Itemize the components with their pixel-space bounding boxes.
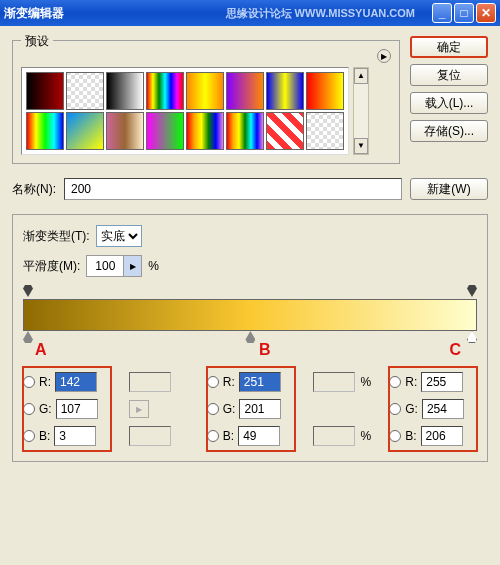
- disabled-field: [129, 372, 171, 392]
- reset-button[interactable]: 复位: [410, 64, 488, 86]
- r-input[interactable]: 142: [55, 372, 97, 392]
- g-radio[interactable]: [23, 403, 35, 415]
- preset-swatch[interactable]: [266, 72, 304, 110]
- r-input[interactable]: 255: [421, 372, 463, 392]
- preset-swatch[interactable]: [66, 112, 104, 150]
- save-button[interactable]: 存储(S)...: [410, 120, 488, 142]
- percent-label: %: [148, 259, 159, 273]
- disabled-field: [313, 372, 355, 392]
- stop-b-column: R:251 G:201 B:49: [207, 367, 295, 451]
- gradient-bar[interactable]: [23, 299, 477, 331]
- color-stop[interactable]: [23, 331, 33, 343]
- preset-swatch[interactable]: [306, 112, 344, 150]
- b-radio[interactable]: [207, 430, 219, 442]
- preset-swatch[interactable]: [266, 112, 304, 150]
- load-button[interactable]: 载入(L)...: [410, 92, 488, 114]
- marker-c: C: [449, 341, 461, 359]
- g-input[interactable]: 201: [239, 399, 281, 419]
- marker-b: B: [259, 341, 271, 359]
- smoothness-label: 平滑度(M):: [23, 258, 80, 275]
- color-stops-rail[interactable]: [23, 331, 477, 345]
- arrow-button: ▶: [129, 400, 149, 418]
- preset-swatch[interactable]: [306, 72, 344, 110]
- preset-swatch[interactable]: [106, 112, 144, 150]
- preset-swatches[interactable]: [21, 67, 349, 155]
- name-label: 名称(N):: [12, 181, 56, 198]
- preset-swatch[interactable]: [226, 72, 264, 110]
- preset-swatch[interactable]: [226, 112, 264, 150]
- preset-swatch[interactable]: [146, 72, 184, 110]
- color-stop[interactable]: [245, 331, 255, 343]
- r-radio[interactable]: [23, 376, 35, 388]
- opacity-stop[interactable]: [467, 285, 477, 297]
- close-button[interactable]: ✕: [476, 3, 496, 23]
- disabled-field: [129, 426, 171, 446]
- r-radio[interactable]: [389, 376, 401, 388]
- preset-swatch[interactable]: [186, 112, 224, 150]
- new-button[interactable]: 新建(W): [410, 178, 488, 200]
- b-input[interactable]: 3: [54, 426, 96, 446]
- watermark-text: 思缘设计论坛 WWW.MISSYUAN.COM: [226, 6, 415, 21]
- title-bar: 渐变编辑器 思缘设计论坛 WWW.MISSYUAN.COM _ □ ✕: [0, 0, 500, 26]
- preset-swatch[interactable]: [26, 72, 64, 110]
- preset-swatch[interactable]: [66, 72, 104, 110]
- preset-swatch[interactable]: [186, 72, 224, 110]
- preset-swatch[interactable]: [26, 112, 64, 150]
- gradient-config: 渐变类型(T): 实底 平滑度(M): 100▶ % A B C: [12, 214, 488, 462]
- minimize-button[interactable]: _: [432, 3, 452, 23]
- g-radio[interactable]: [389, 403, 401, 415]
- window-title: 渐变编辑器: [4, 5, 64, 22]
- b-radio[interactable]: [23, 430, 35, 442]
- r-radio[interactable]: [207, 376, 219, 388]
- marker-a: A: [35, 341, 47, 359]
- ok-button[interactable]: 确定: [410, 36, 488, 58]
- b-input[interactable]: 206: [421, 426, 463, 446]
- stop-c-column: R:255 G:254 B:206: [389, 367, 477, 451]
- name-input[interactable]: 200: [64, 178, 402, 200]
- opacity-stop[interactable]: [23, 285, 33, 297]
- smoothness-input[interactable]: 100▶: [86, 255, 142, 277]
- b-radio[interactable]: [389, 430, 401, 442]
- g-input[interactable]: 254: [422, 399, 464, 419]
- gradient-type-select[interactable]: 实底: [96, 225, 142, 247]
- presets-scrollbar[interactable]: [353, 67, 369, 155]
- presets-fieldset: 预设 ▶: [12, 40, 400, 164]
- disabled-field: [313, 426, 355, 446]
- g-radio[interactable]: [207, 403, 219, 415]
- preset-swatch[interactable]: [106, 72, 144, 110]
- color-stop[interactable]: [467, 331, 477, 343]
- b-input[interactable]: 49: [238, 426, 280, 446]
- presets-menu-icon[interactable]: ▶: [377, 49, 391, 63]
- maximize-button[interactable]: □: [454, 3, 474, 23]
- gradient-type-label: 渐变类型(T):: [23, 228, 90, 245]
- r-input[interactable]: 251: [239, 372, 281, 392]
- g-input[interactable]: 107: [56, 399, 98, 419]
- preset-swatch[interactable]: [146, 112, 184, 150]
- presets-label: 预设: [21, 33, 53, 50]
- stop-a-column: R:142 G:107 B:3: [23, 367, 111, 451]
- opacity-stops-rail[interactable]: [23, 285, 477, 299]
